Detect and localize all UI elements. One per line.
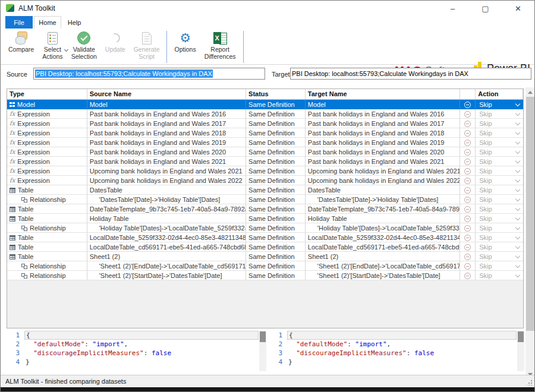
table-row[interactable]: fxExpressionPast bank holidays in Englan… [7,147,523,157]
tab-home[interactable]: Home [34,16,61,29]
target-name-cell: 'Holiday Table'[Dates]->'LocalDateTable_… [306,223,460,232]
skip-circled-minus-icon [464,130,471,137]
action-cell[interactable]: Skip [476,147,523,156]
target-value: PBI Desktop: localhost:55793;Calculate W… [292,70,468,77]
chevron-down-icon [515,159,520,163]
report-differences-button[interactable]: XReportDifferences [200,30,240,61]
table-row[interactable]: fxExpressionPast bank holidays in Englan… [7,109,523,119]
table-row[interactable]: ModelModelSame DefinitionModelSkip [7,100,523,109]
status-cell: Same Definition [246,242,306,251]
action-cell[interactable]: Skip [476,233,523,242]
type-cell: Table [7,204,87,213]
target-name-cell: LocalDateTable_5259f332-02d4-4ec0-85e3-4… [306,233,460,242]
type-label: Expression [17,120,49,127]
table-row[interactable]: fxExpressionPast bank holidays in Englan… [7,138,523,147]
scroll-up-icon[interactable] [528,91,533,94]
source-name-cell: Sheet1 (2) [87,252,246,261]
chevron-down-icon [515,263,520,268]
compare-button[interactable]: Compare [4,30,38,54]
update-icon [109,32,121,44]
table-row[interactable]: fxExpressionPast bank holidays in Englan… [7,119,523,128]
status-text: ALM Toolkit - finished comparing dataset… [5,378,126,385]
main-vertical-scrollbar[interactable] [525,87,535,380]
type-cell: Model [7,100,87,109]
skip-circled-minus-icon [464,187,471,194]
action-value: Skip [478,206,516,213]
table-row[interactable]: fxExpressionUpcoming bank holidays in En… [7,176,523,185]
action-value: Skip [478,272,516,279]
column-header: Type [7,89,87,99]
relationship-icon [21,197,27,203]
table-row[interactable]: TableSheet1 (2)Same DefinitionSheet1 (2)… [7,252,523,261]
action-cell[interactable]: Skip [476,176,523,185]
action-cell[interactable]: Skip [476,128,523,137]
target-input[interactable]: PBI Desktop: localhost:55793;Calculate W… [290,68,531,80]
action-cell[interactable]: Skip [476,214,523,223]
close-button[interactable]: ✕ [502,1,534,16]
select-actions-button[interactable]: SelectActions [38,30,67,61]
generate-script-icon [142,32,152,45]
tab-help[interactable]: Help [62,16,86,29]
source-definition-editor[interactable]: 1{2 "defaultMode": "import",3 "discourag… [7,331,266,371]
source-value: PBI Desktop: localhost:55793;Calculate W… [35,69,213,78]
type-label: Table [18,234,33,241]
action-cell[interactable]: Skip [476,185,523,194]
action-cell[interactable]: Skip [476,195,523,204]
scrollbar-thumb[interactable] [526,97,534,331]
skip-indicator-cell [460,261,476,270]
ribbon-separator [243,31,244,63]
type-cell: fxExpression [7,109,87,118]
status-cell: Same Definition [246,176,306,185]
action-cell[interactable]: Skip [476,157,523,166]
source-name-cell: DateTableTemplate_9b73c745-1eb7-40a5-84a… [87,204,246,213]
table-row[interactable]: TableLocalDateTable_cd569171-ebe5-41ed-a… [7,242,523,252]
action-cell[interactable]: Skip [476,109,523,118]
target-name-cell: Past bank holidays in England and Wales … [306,128,460,137]
table-row[interactable]: TableLocalDateTable_5259f332-02d4-4ec0-8… [7,233,523,242]
source-name-cell: 'Sheet1 (2)'[EndDate]->'LocalDateTable_c… [87,261,246,270]
action-cell[interactable]: Skip [476,100,523,109]
target-name-cell: Past bank holidays in England and Wales … [306,147,460,156]
table-row[interactable]: Relationship'Sheet1 (2)'[EndDate]->'Loca… [7,261,523,271]
editor-scrollbar[interactable] [517,331,524,371]
tab-file[interactable]: File [5,16,33,29]
maximize-button[interactable]: ▢ [469,1,502,16]
source-name-cell: Past bank holidays in England and Wales … [87,147,246,156]
table-row[interactable]: Relationship'Holiday Table'[Dates]->'Loc… [7,223,523,233]
action-cell[interactable]: Skip [476,138,523,147]
table-row[interactable]: TableDatesTableSame DefinitionDatesTable… [7,185,523,195]
table-row[interactable]: fxExpressionPast bank holidays in Englan… [7,157,523,166]
action-cell[interactable]: Skip [476,119,523,128]
table-row[interactable]: TableDateTableTemplate_9b73c745-1eb7-40a… [7,204,523,214]
target-definition-editor[interactable]: 1{2 "defaultMode": "import",3 "discourag… [269,331,524,371]
skip-indicator-cell [460,223,476,232]
chevron-down-icon [515,111,520,116]
resize-grip[interactable] [527,380,533,385]
action-cell[interactable]: Skip [476,223,523,232]
action-cell[interactable]: Skip [476,261,523,270]
table-row[interactable]: fxExpressionUpcoming bank holidays in En… [7,166,523,176]
options-button[interactable]: ⚙Options [170,30,200,54]
source-name-cell: DatesTable [87,185,246,194]
action-cell[interactable]: Skip [476,166,523,175]
table-row[interactable]: Relationship'DatesTable'[Date]->'Holiday… [7,195,523,204]
source-input[interactable]: PBI Desktop: localhost:55793;Calculate W… [33,68,265,80]
status-cell: Same Definition [246,157,306,166]
table-icon [10,216,15,222]
action-cell[interactable]: Skip [476,252,523,261]
action-cell[interactable]: Skip [476,204,523,213]
table-row[interactable]: fxExpressionPast bank holidays in Englan… [7,128,523,138]
source-name-cell: Model [87,100,246,109]
action-value: Skip [478,148,516,156]
minimize-button[interactable]: – [436,1,469,16]
model-icon [10,102,15,107]
chevron-down-icon [515,273,520,277]
action-cell[interactable]: Skip [476,271,523,280]
table-row[interactable]: Relationship'Sheet1 (2)'[StartDate]->'Da… [7,271,523,280]
code-text: "defaultMode": "import", [287,340,517,349]
table-row[interactable]: TableHoliday TableSame DefinitionHoliday… [7,214,523,223]
type-label: Expression [17,129,49,137]
validate-selection-button[interactable]: ValidateSelection [67,30,101,61]
action-cell[interactable]: Skip [476,242,523,251]
editor-scrollbar[interactable] [259,331,266,371]
